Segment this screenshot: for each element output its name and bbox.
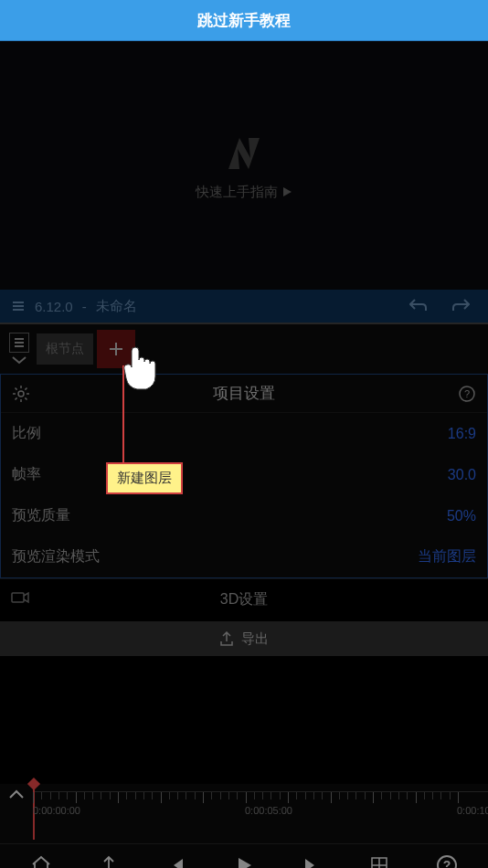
svg-rect-3 [15,338,24,340]
menu-icon[interactable] [11,299,26,313]
home-button[interactable] [23,854,59,869]
setting-label: 比例 [12,424,448,443]
chevron-down-icon [9,355,29,365]
svg-rect-4 [15,342,24,344]
timeline[interactable]: 0:00:00:00 0:00:05:00 0:00:10: [0,784,488,843]
prev-frame-button[interactable] [158,856,195,869]
setting-label: 预览渲染模式 [12,547,418,566]
tutorial-tooltip-text: 新建图层 [117,470,172,485]
timeline-label: 0:00:10: [457,805,488,816]
skip-tutorial-label: 跳过新手教程 [197,10,291,31]
next-frame-button[interactable] [293,856,330,869]
skip-prev-icon [167,856,186,869]
camera-icon [11,590,29,609]
threed-label: 3D设置 [220,590,268,609]
svg-rect-1 [13,305,24,307]
bottom-toolbar: ? [0,843,488,868]
preview-area: 快速上手指南 [0,41,488,290]
version-text: 6.12.0 [35,299,73,314]
timeline-label: 0:00:00:00 [33,805,80,816]
setting-value: 当前图层 [418,547,476,566]
timeline-empty-area [0,656,488,784]
setting-label: 帧率 [12,465,448,484]
skip-tutorial-banner[interactable]: 跳过新手教程 [0,0,488,41]
redo-button[interactable] [444,298,477,315]
svg-rect-5 [15,345,24,347]
svg-rect-2 [13,309,24,311]
setting-label: 预览质量 [12,506,447,525]
home-icon [30,854,52,869]
grid-button[interactable] [361,855,398,869]
project-settings-panel: 项目设置 ? 比例 16:9 帧率 30.0 预览质量 50% 预览渲染模式 当… [0,374,488,578]
filename-text: 未命名 [96,298,137,315]
layer-panel-toggle[interactable] [5,329,33,369]
root-node-button[interactable]: 根节点 [37,333,93,365]
undo-button[interactable] [402,298,435,315]
play-triangle-icon [281,186,292,197]
play-icon [234,855,254,869]
setting-row-quality[interactable]: 预览质量 50% [1,495,487,536]
export-button[interactable]: 导出 [0,621,488,656]
setting-value: 16:9 [448,426,476,442]
timeline-label: 0:00:05:00 [245,805,292,816]
tutorial-callout-line [122,365,124,464]
gear-icon[interactable] [12,385,30,403]
quick-guide-link[interactable]: 快速上手指南 [196,184,292,201]
grid-icon [369,855,389,869]
skip-next-icon [302,856,321,869]
settings-title: 项目设置 [30,383,458,404]
upload-button[interactable] [90,854,127,869]
list-icon [13,336,26,349]
setting-row-ratio[interactable]: 比例 16:9 [1,413,487,454]
svg-rect-9 [12,593,24,602]
add-layer-button[interactable] [97,330,135,368]
export-icon [219,631,234,646]
threed-settings-button[interactable]: 3D设置 [0,578,488,619]
chevron-up-icon [7,789,26,800]
play-button[interactable] [226,855,262,869]
setting-row-render-mode[interactable]: 预览渲染模式 当前图层 [1,536,487,577]
svg-point-6 [18,391,24,397]
settings-header: 项目设置 ? [1,375,487,413]
plus-icon [107,340,125,358]
version-separator: - [82,299,87,314]
app-logo-icon [221,131,267,176]
svg-text:?: ? [443,858,451,869]
layer-bar: 根节点 [0,323,488,374]
setting-row-fps[interactable]: 帧率 30.0 [1,454,487,495]
svg-text:?: ? [464,388,470,399]
setting-value: 30.0 [448,467,476,483]
root-node-label: 根节点 [46,341,84,355]
timeline-track[interactable]: 0:00:00:00 0:00:05:00 0:00:10: [33,791,488,843]
help-circle-icon: ? [436,854,458,869]
upload-icon [98,854,120,869]
timeline-collapse-button[interactable] [0,784,33,843]
setting-value: 50% [447,508,476,524]
tutorial-tooltip: 新建图层 [106,462,183,494]
quick-guide-label: 快速上手指南 [196,184,278,201]
help-icon[interactable]: ? [458,385,476,403]
help-button[interactable]: ? [429,854,465,869]
version-bar: 6.12.0 - 未命名 [0,290,488,323]
svg-rect-0 [13,302,24,303]
export-label: 导出 [241,630,269,648]
